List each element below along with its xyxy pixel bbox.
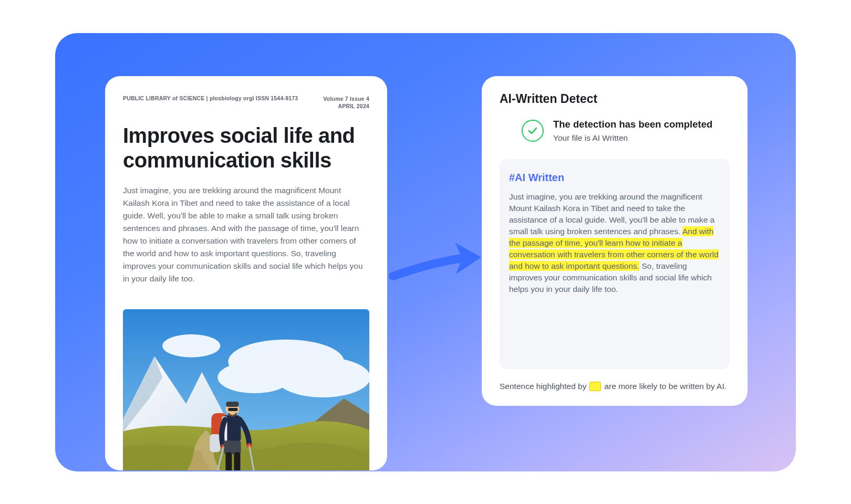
source-document-card: PUBLIC LIBRARY of SCIENCE | plosbiology … bbox=[105, 76, 387, 470]
svg-rect-6 bbox=[210, 434, 220, 452]
issue-date-block: Volume 7 Issue 4 APRIL 2024 bbox=[323, 95, 369, 110]
legend-text-pre: Sentence highlighted by bbox=[500, 382, 586, 391]
document-meta-bar: PUBLIC LIBRARY of SCIENCE | plosbiology … bbox=[123, 95, 369, 110]
svg-rect-10 bbox=[226, 402, 238, 407]
document-hero-image bbox=[123, 309, 369, 470]
gradient-stage: PUBLIC LIBRARY of SCIENCE | plosbiology … bbox=[55, 33, 796, 471]
legend-swatch-icon bbox=[589, 382, 601, 391]
svg-rect-14 bbox=[224, 440, 241, 454]
publisher-line: PUBLIC LIBRARY of SCIENCE | plosbiology … bbox=[123, 95, 298, 101]
arrow-icon bbox=[388, 235, 487, 281]
check-circle-icon bbox=[522, 120, 544, 142]
analysis-paragraph: Just imagine, you are trekking around th… bbox=[509, 191, 720, 295]
analysis-tag: #AI Written bbox=[509, 172, 720, 184]
volume-issue: Volume 7 Issue 4 bbox=[323, 95, 369, 102]
svg-rect-16 bbox=[234, 453, 240, 470]
issue-date: APRIL 2024 bbox=[323, 102, 369, 110]
status-main-text: The detection has been completed bbox=[553, 118, 712, 132]
document-title: Improves social life and communication s… bbox=[123, 123, 369, 173]
panel-title: AI-Written Detect bbox=[500, 92, 730, 106]
legend-text-post: are more likely to be written by AI. bbox=[604, 382, 727, 391]
svg-point-4 bbox=[162, 334, 220, 358]
status-sub-text: Your file is AI Written bbox=[553, 132, 712, 144]
detection-status-row: The detection has been completed Your fi… bbox=[500, 118, 730, 144]
document-body-text: Just imagine, you are trekking around th… bbox=[123, 184, 369, 285]
ai-detect-panel: AI-Written Detect The detection has been… bbox=[482, 76, 748, 406]
svg-rect-15 bbox=[225, 453, 232, 470]
status-text-block: The detection has been completed Your fi… bbox=[553, 118, 712, 144]
svg-point-3 bbox=[217, 362, 291, 393]
highlight-legend: Sentence highlighted by are more likely … bbox=[500, 382, 730, 391]
analysis-box: #AI Written Just imagine, you are trekki… bbox=[500, 159, 730, 369]
svg-rect-11 bbox=[228, 408, 237, 411]
